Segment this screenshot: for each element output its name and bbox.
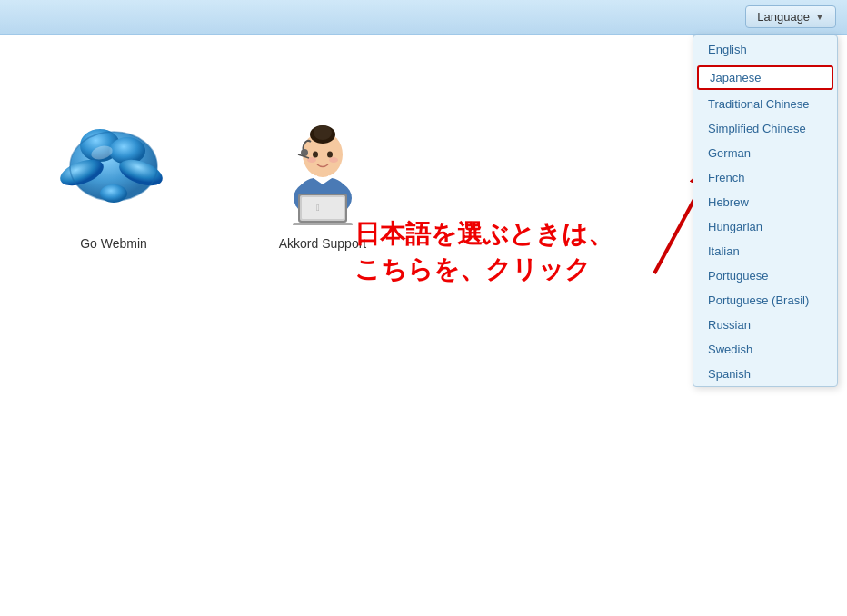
go-webmin-item[interactable]: Go Webmin (55, 107, 173, 251)
language-dropdown: English Japanese Traditional Chinese Sim… (693, 35, 838, 387)
svg-point-16 (329, 157, 338, 163)
dropdown-item-traditional-chinese[interactable]: Traditional Chinese (693, 92, 837, 116)
language-button[interactable]: Language ▼ (745, 5, 836, 28)
annotation-text: 日本語を選ぶときは、 こちらを、クリック (354, 216, 613, 287)
webmin-icon (55, 107, 173, 225)
svg-text::  (316, 203, 320, 213)
dropdown-item-english[interactable]: English (693, 35, 837, 64)
dropdown-item-spanish[interactable]: Spanish (693, 362, 837, 386)
dropdown-item-russian[interactable]: Russian (693, 313, 837, 337)
svg-rect-21 (302, 197, 344, 219)
dropdown-item-swedish[interactable]: Swedish (693, 337, 837, 362)
go-webmin-label: Go Webmin (80, 236, 147, 251)
top-bar: Language ▼ (0, 0, 847, 35)
dropdown-item-french[interactable]: French (693, 165, 837, 190)
dropdown-item-hungarian[interactable]: Hungarian (693, 214, 837, 239)
icons-row: Go Webmin (55, 107, 382, 251)
annotation-line2: こちらを、クリック (354, 252, 613, 287)
language-button-label: Language (757, 10, 810, 24)
dropdown-item-simplified-chinese[interactable]: Simplified Chinese (693, 116, 837, 141)
chevron-down-icon: ▼ (815, 12, 824, 22)
dropdown-item-portuguese-brasil[interactable]: Portuguese (Brasil) (693, 288, 837, 313)
svg-rect-23 (293, 223, 353, 225)
dropdown-item-japanese[interactable]: Japanese (697, 65, 833, 90)
svg-point-13 (313, 152, 318, 158)
support-icon:  (264, 107, 382, 225)
dropdown-item-italian[interactable]: Italian (693, 239, 837, 263)
dropdown-item-portuguese[interactable]: Portuguese (693, 263, 837, 288)
svg-point-14 (327, 152, 333, 158)
dropdown-item-german[interactable]: German (693, 141, 837, 165)
annotation-line1: 日本語を選ぶときは、 (354, 216, 613, 252)
akkord-support-label: Akkord Support (279, 236, 367, 251)
dropdown-item-hebrew[interactable]: Hebrew (693, 190, 837, 214)
svg-point-12 (314, 125, 332, 140)
